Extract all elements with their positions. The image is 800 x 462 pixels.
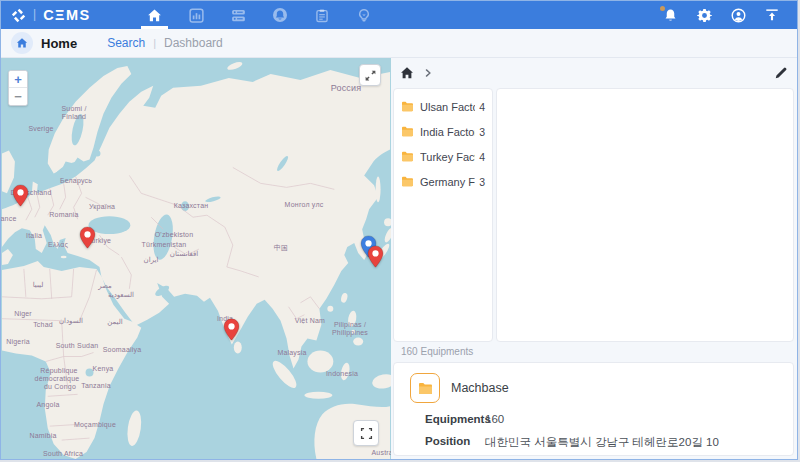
map-pin-ulsan-factory-red[interactable] xyxy=(367,245,384,268)
map-pin-india-factory[interactable] xyxy=(223,318,240,341)
breadcrumb-current: Home xyxy=(41,36,77,51)
folder-count: 4 xyxy=(479,101,485,113)
tree-breadcrumb-bar xyxy=(393,58,794,86)
breadcrumb-link-search[interactable]: Search xyxy=(107,36,145,50)
tree-item-germany-fact[interactable]: Germany Fact...3 xyxy=(394,169,492,194)
top-navbar: | CΞMS xyxy=(1,1,797,29)
detail-header: Machbase xyxy=(408,373,779,403)
content-area: SverigeSuomi /FinlandРоссияБеларусьУкраї… xyxy=(1,58,797,459)
detail-value: 160 xyxy=(485,413,504,425)
nav-equipments-icon[interactable] xyxy=(225,1,252,29)
notifications-icon[interactable] xyxy=(659,4,681,26)
tree-item-ulsan-factory[interactable]: Ulsan Factory4 xyxy=(394,94,492,119)
tree-root-home-icon[interactable] xyxy=(400,66,414,80)
equipments-count-bar: 160 Equipments xyxy=(393,343,794,361)
folder-count: 3 xyxy=(479,126,485,138)
detail-title: Machbase xyxy=(451,381,509,395)
settings-icon[interactable] xyxy=(693,4,715,26)
main-nav xyxy=(141,1,378,29)
right-panel: Ulsan Factory4India Factory3Turkey Facto… xyxy=(393,58,794,459)
folder-icon xyxy=(401,151,414,162)
tree-panels: Ulsan Factory4India Factory3Turkey Facto… xyxy=(393,88,794,342)
detail-label: Equipments xyxy=(425,413,485,425)
collapse-to-top-icon[interactable] xyxy=(761,4,783,26)
factory-tree-list: Ulsan Factory4India Factory3Turkey Facto… xyxy=(393,88,493,342)
map-zoom-in-button[interactable]: + xyxy=(9,71,27,88)
folder-icon xyxy=(401,176,414,187)
map-zoom-out-button[interactable]: − xyxy=(9,88,27,105)
edit-pencil-icon[interactable] xyxy=(774,66,788,80)
detail-value: 대한민국 서울특별시 강남구 테헤란로20길 10 xyxy=(485,435,719,450)
breadcrumb-link-dashboard[interactable]: Dashboard xyxy=(164,36,223,50)
detail-row-position: Position 대한민국 서울특별시 강남구 테헤란로20길 10 xyxy=(408,435,779,450)
map-zoom-control: + − xyxy=(8,70,28,106)
detail-card: Machbase Equipments 160 Position 대한민국 서울… xyxy=(393,362,794,456)
breadcrumb: Home Search | Dashboard xyxy=(1,29,797,58)
nav-reports-icon[interactable] xyxy=(309,1,336,29)
folder-icon xyxy=(401,126,414,137)
chevron-right-icon xyxy=(423,68,433,78)
map-expand-button[interactable] xyxy=(359,64,381,86)
map-basemap xyxy=(1,58,391,459)
map-pin-germany-factory[interactable] xyxy=(12,184,29,207)
tree-item-turkey-factory[interactable]: Turkey Factory4 xyxy=(394,144,492,169)
account-icon[interactable] xyxy=(727,4,749,26)
nav-alarms-icon[interactable] xyxy=(267,1,294,29)
map-pin-turkey-factory[interactable] xyxy=(79,226,96,249)
brand-name: CΞMS xyxy=(43,7,91,23)
tree-content-panel xyxy=(496,88,794,342)
brand-logo-icon xyxy=(11,8,26,23)
app-window: | CΞMS Home Search | Dashboard xyxy=(0,0,798,460)
map-fullscreen-button[interactable] xyxy=(353,420,379,446)
detail-label: Position xyxy=(425,435,485,450)
folder-name: India Factory xyxy=(420,126,475,138)
detail-folder-icon xyxy=(410,373,440,403)
tree-item-india-factory[interactable]: India Factory3 xyxy=(394,119,492,144)
nav-insights-icon[interactable] xyxy=(351,1,378,29)
folder-count: 4 xyxy=(479,151,485,163)
folder-count: 3 xyxy=(479,176,485,188)
detail-row-equipments: Equipments 160 xyxy=(408,413,779,425)
breadcrumb-home-icon[interactable] xyxy=(11,32,33,54)
nav-dashboard-icon[interactable] xyxy=(183,1,210,29)
folder-icon xyxy=(401,101,414,112)
nav-home-icon[interactable] xyxy=(141,1,168,29)
nav-right xyxy=(659,4,787,26)
world-map[interactable]: SverigeSuomi /FinlandРоссияБеларусьУкраї… xyxy=(1,58,391,459)
brand[interactable]: | CΞMS xyxy=(11,7,91,23)
folder-name: Germany Fact... xyxy=(420,176,475,188)
folder-name: Turkey Factory xyxy=(420,151,475,163)
brand-separator: | xyxy=(33,7,36,21)
breadcrumb-divider: | xyxy=(153,37,156,49)
folder-name: Ulsan Factory xyxy=(420,101,475,113)
